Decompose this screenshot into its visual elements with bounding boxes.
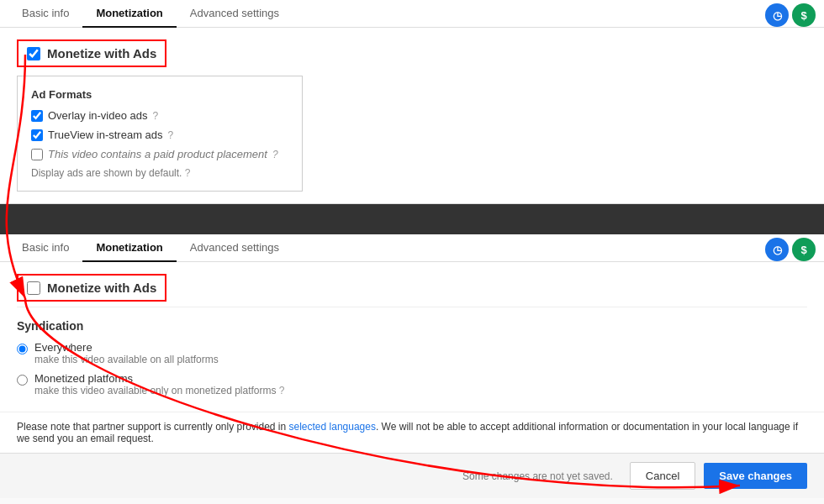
tab-advanced-settings[interactable]: Advanced settings (177, 0, 293, 28)
paid-checkbox[interactable] (31, 149, 43, 160)
monetized-radio[interactable] (17, 375, 28, 386)
selected-languages-link[interactable]: selected languages (289, 421, 376, 433)
trueview-row: TrueView in-stream ads ? (31, 129, 288, 141)
tab2-icons: ◷ $ (765, 238, 816, 261)
notice-bar: Please note that partner support is curr… (0, 412, 824, 453)
footer-bar: Some changes are not yet saved. Cancel S… (0, 453, 824, 498)
footer-note: Some changes are not yet saved. (17, 470, 613, 482)
notice-text-before: Please note that partner support is curr… (17, 421, 289, 433)
overlay-row: Overlay in-video ads ? (31, 109, 288, 122)
paid-label: This video contains a paid product place… (48, 148, 267, 160)
monetized-platforms-row: Monetized platforms make this video avai… (17, 372, 807, 396)
monetize-label-bottom: Monetize with Ads (47, 281, 156, 295)
paid-row: This video contains a paid product place… (31, 148, 288, 160)
bottom-monetize-section: Monetize with Ads (0, 262, 824, 307)
dark-divider (0, 204, 824, 234)
monetized-help-icon[interactable]: ? (279, 385, 285, 396)
save-changes-button[interactable]: Save changes (704, 463, 807, 489)
cancel-button[interactable]: Cancel (630, 462, 695, 490)
dollar-icon-btn[interactable]: $ (792, 3, 816, 27)
top-panel: Basic info Monetization Advanced setting… (0, 0, 824, 204)
monetize-with-ads-row-top[interactable]: Monetize with Ads (17, 39, 166, 67)
display-help-icon[interactable]: ? (185, 167, 191, 179)
dollar-icon-btn2[interactable]: $ (792, 238, 816, 261)
everywhere-radio[interactable] (17, 344, 28, 354)
watch-icon-btn[interactable]: ◷ (765, 3, 789, 27)
tab2-advanced-settings[interactable]: Advanced settings (177, 234, 293, 262)
trueview-label: TrueView in-stream ads (48, 129, 163, 141)
monetized-label-group: Monetized platforms make this video avai… (34, 372, 285, 396)
trueview-help-icon[interactable]: ? (168, 129, 174, 141)
page-wrapper: Basic info Monetization Advanced setting… (0, 0, 824, 504)
tab2-basic-info[interactable]: Basic info (8, 234, 82, 262)
watch-icon-btn2[interactable]: ◷ (765, 238, 789, 261)
monetize-label-top: Monetize with Ads (47, 46, 156, 60)
monetize-checkbox-top[interactable] (27, 47, 40, 60)
tab2-monetization[interactable]: Monetization (82, 234, 176, 262)
monetize-checkbox-bottom[interactable] (27, 281, 40, 295)
ad-formats-box: Ad Formats Overlay in-video ads ? TrueVi… (17, 76, 303, 192)
monetize-with-ads-row-bottom[interactable]: Monetize with Ads (17, 274, 166, 302)
top-monetize-section: Monetize with Ads Ad Formats Overlay in-… (0, 28, 824, 203)
everywhere-label: Everywhere (34, 341, 219, 354)
tab-monetization[interactable]: Monetization (82, 0, 176, 28)
monetized-sublabel: make this video available only on moneti… (34, 385, 285, 396)
tab-icons: ◷ $ (765, 3, 816, 27)
everywhere-row: Everywhere make this video available on … (17, 341, 807, 365)
tab-basic-info[interactable]: Basic info (8, 0, 82, 28)
trueview-checkbox[interactable] (31, 129, 43, 141)
overlay-label: Overlay in-video ads (48, 109, 148, 122)
monetized-label: Monetized platforms (34, 372, 285, 385)
display-note: Display ads are shown by default. ? (31, 167, 288, 179)
everywhere-label-group: Everywhere make this video available on … (34, 341, 219, 365)
syndication-section: Syndication Everywhere make this video a… (0, 307, 824, 412)
ad-formats-title: Ad Formats (31, 88, 288, 101)
overlay-checkbox[interactable] (31, 110, 43, 122)
paid-help-icon[interactable]: ? (272, 149, 278, 160)
overlay-help-icon[interactable]: ? (153, 110, 159, 122)
tabs-top: Basic info Monetization Advanced setting… (0, 0, 824, 28)
everywhere-sublabel: make this video available on all platfor… (34, 354, 219, 365)
tabs-bottom: Basic info Monetization Advanced setting… (0, 234, 824, 262)
bottom-panel: Basic info Monetization Advanced setting… (0, 234, 824, 498)
syndication-title: Syndication (17, 319, 807, 333)
